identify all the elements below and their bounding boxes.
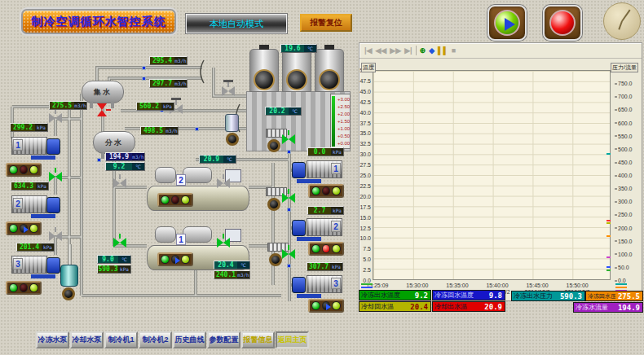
pump1-check-valve[interactable]: [49, 113, 62, 123]
pressure-sensor: [287, 264, 291, 268]
nav-button-6[interactable]: 参数配置: [207, 331, 240, 348]
pressure-sensor: [287, 150, 291, 154]
readout-pump2-right: 2.7kPa: [307, 206, 344, 215]
left-axis-label: 温度: [361, 63, 376, 72]
pressure-sensor: [287, 208, 291, 212]
pan-icon[interactable]: ◆: [429, 45, 434, 56]
run-lamp: [171, 255, 180, 264]
chiller1-outlet-valve[interactable]: [217, 238, 230, 248]
start-button[interactable]: [487, 5, 527, 41]
zoom-icon[interactable]: ⊕: [420, 45, 426, 56]
value-markers: [607, 98, 611, 308]
axis-tick: 27.5: [359, 162, 371, 168]
axis-tick: 35.0: [359, 130, 371, 136]
green-lamp: [311, 244, 320, 253]
axis-tick: 10.0: [359, 235, 371, 241]
off-lamp: [171, 195, 180, 204]
current-value-marker: [607, 235, 611, 237]
pause-icon[interactable]: ▌▌: [438, 45, 448, 56]
pump-number: 1: [13, 139, 23, 151]
lime-lamp: [29, 283, 38, 292]
mode-button[interactable]: 本地自动模式: [186, 14, 287, 33]
pump-head: [46, 197, 60, 213]
pump2-left-status-lights: [6, 221, 42, 235]
chiller-top-tank: [183, 167, 212, 183]
axis-tick: 15.0: [359, 214, 371, 220]
tower-branch-valve[interactable]: [282, 249, 295, 259]
readout-evap-out-temp: 9.0℃: [97, 255, 131, 264]
nav-button-1[interactable]: 冷冻水泵: [36, 331, 69, 348]
status-chw-out-press: 冷冻出水压力590.3: [511, 291, 585, 301]
chilled-water-pump-1[interactable]: 1: [10, 135, 62, 160]
chiller2-status-lights: [157, 193, 193, 207]
drain-valve[interactable]: [97, 103, 107, 116]
tower-branch-valve[interactable]: [282, 193, 295, 203]
makeup-pump[interactable]: [60, 265, 78, 287]
alarm-reset-button[interactable]: 报警复位: [300, 14, 352, 32]
fast-back-icon: ◀◀: [375, 45, 386, 56]
right-axis-label: 压力/流量: [611, 63, 638, 72]
lime-lamp: [29, 224, 38, 233]
pump-base: [297, 294, 321, 298]
readout-tower-out-temp: 20.2℃: [265, 107, 302, 116]
readout-cond-temp: 20.4℃: [214, 261, 250, 270]
axis-tick: 5.0: [363, 256, 371, 262]
run-lamp: [322, 301, 331, 310]
nav-button-4[interactable]: 制冷机2: [139, 331, 172, 348]
chiller2-outlet-valve[interactable]: [217, 178, 230, 188]
tower-fan-icon: [249, 49, 279, 92]
pump-base: [297, 237, 321, 241]
axis-tick: 45.0: [359, 88, 371, 94]
chiller-top-tank: [155, 167, 176, 183]
step-first-icon: |◀: [364, 45, 372, 56]
makeup-pump-indicator: [62, 287, 75, 300]
axis-tick: 350.0: [615, 186, 633, 191]
chilled-water-pump-2[interactable]: 2: [10, 194, 62, 218]
run-lamp: [20, 224, 29, 233]
chiller1-inlet-valve[interactable]: [113, 238, 126, 248]
nav-button-2[interactable]: 冷却水泵: [70, 331, 104, 348]
axis-tick: 17.5: [359, 204, 371, 209]
cooling-water-pump-1[interactable]: 1: [292, 159, 344, 183]
plot-area[interactable]: [373, 70, 611, 280]
tower-branch-valve[interactable]: [282, 134, 295, 144]
status-cw-ret-temp: 冷却回水温20.4: [359, 301, 431, 312]
current-value-marker: [607, 222, 611, 224]
fast-fwd-icon: ▶▶: [390, 45, 401, 56]
toolbar-separator: [416, 46, 417, 55]
lime-lamp: [181, 195, 190, 204]
level-tick: +0.00: [337, 140, 350, 147]
handwheel-valve[interactable]: [222, 86, 235, 96]
pump3-left-status-lights: [6, 281, 42, 295]
left-axis: 50.047.545.042.540.037.535.032.530.027.5…: [359, 70, 372, 280]
level-tick: +1.50: [337, 118, 350, 125]
pump2-check-valve[interactable]: [49, 172, 62, 182]
collector-tank[interactable]: 集水: [82, 81, 124, 103]
nav-button-3[interactable]: 制冷机1: [104, 331, 138, 348]
cooling-water-pump-3[interactable]: 3: [292, 274, 344, 298]
chiller2-inlet-valve[interactable]: [113, 178, 126, 188]
readout-pump3-left: 201.4kPa: [16, 243, 55, 252]
nav-button-7[interactable]: 报警信息: [241, 331, 275, 348]
green-lamp: [311, 186, 320, 195]
divider-tank[interactable]: 分水: [93, 131, 135, 154]
chilled-water-pump-3[interactable]: 3: [10, 254, 62, 278]
dosing-device: [225, 114, 239, 132]
status-chw-ret-press: 冷冻回水压力275.5: [585, 291, 643, 301]
readout-return-flow: 297.7m3/h: [149, 79, 187, 88]
pump-base: [297, 179, 321, 183]
pump3-check-valve[interactable]: [49, 231, 62, 241]
axis-tick: 7.5: [363, 246, 371, 252]
axis-tick: 100.0: [615, 251, 633, 256]
nav-button-8[interactable]: 返回主页: [276, 331, 309, 348]
green-lamp: [9, 165, 18, 174]
pump-head: [292, 220, 306, 236]
cooling-water-pump-2[interactable]: 2: [292, 217, 344, 241]
nav-button-5[interactable]: 历史曲线: [173, 331, 206, 348]
stop-button[interactable]: [543, 5, 582, 41]
page-title: 制冷空调循环水智控系统: [21, 9, 176, 34]
chart-toolbar: |◀◀◀▶▶▶|⊕◆▌▌■: [359, 43, 642, 59]
chiller1-status-lights: [157, 252, 193, 266]
lime-lamp: [181, 255, 190, 264]
clock-icon: [603, 2, 641, 40]
